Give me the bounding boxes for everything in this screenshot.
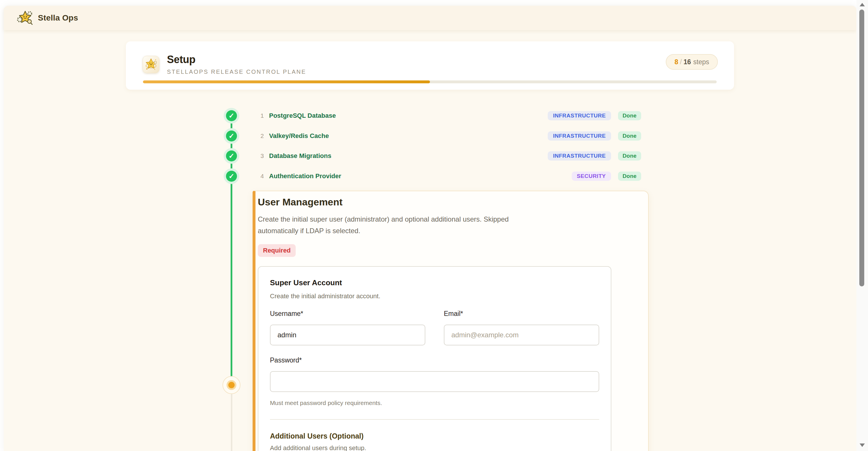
section-divider xyxy=(270,419,599,420)
timeline-current-step-dot xyxy=(222,376,241,394)
username-label: Username* xyxy=(270,310,425,318)
step-number: 4 xyxy=(256,173,264,180)
password-helper-text: Must meet password policy requirements. xyxy=(270,399,599,407)
top-header-bar: Stella Ops xyxy=(4,6,857,30)
step-row-valkey-redis-cache[interactable]: 2Valkey/Redis CacheINFRASTRUCTUREDone xyxy=(256,128,641,144)
password-label: Password* xyxy=(270,356,599,364)
step-status-badge: Done xyxy=(618,151,641,161)
password-input[interactable] xyxy=(270,371,599,392)
steps-suffix: steps xyxy=(693,58,709,66)
section-description: Create the initial super user (administr… xyxy=(258,214,648,237)
email-label: Email* xyxy=(444,310,599,318)
step-status-badge: Done xyxy=(618,171,641,181)
user-management-card: User Management Create the initial super… xyxy=(253,191,649,451)
timeline-upcoming-line xyxy=(231,393,232,451)
step-complete-check-icon: ✓ xyxy=(226,110,237,121)
setup-progress-fill xyxy=(143,80,430,83)
steps-progress-pill: 8 / 16 steps xyxy=(666,54,718,70)
step-number: 2 xyxy=(256,132,264,139)
step-category-badge: INFRASTRUCTURE xyxy=(548,131,611,140)
scrollbar-thumb[interactable] xyxy=(859,9,864,286)
additional-users-title: Additional Users (Optional) xyxy=(270,432,599,440)
step-row-database-migrations[interactable]: 3Database MigrationsINFRASTRUCTUREDone xyxy=(256,148,641,164)
additional-users-description: Add additional users during setup. xyxy=(270,444,599,451)
required-badge: Required xyxy=(258,244,296,257)
email-input[interactable] xyxy=(444,325,599,346)
step-complete-check-icon: ✓ xyxy=(226,171,237,182)
super-user-title: Super User Account xyxy=(270,278,599,287)
step-title: Database Migrations xyxy=(269,152,331,160)
step-title: Authentication Provider xyxy=(269,172,341,180)
step-status-badge: Done xyxy=(618,131,641,140)
username-input[interactable] xyxy=(270,325,425,346)
step-row-authentication-provider[interactable]: 4Authentication ProviderSECURITYDone xyxy=(256,168,641,185)
step-number: 1 xyxy=(256,112,264,119)
step-title: PostgreSQL Database xyxy=(269,112,336,120)
step-status-badge: Done xyxy=(618,111,641,120)
step-complete-check-icon: ✓ xyxy=(226,130,237,141)
steps-done-count: 8 xyxy=(675,58,678,66)
setup-progress-bar xyxy=(143,80,717,83)
steps-separator: / xyxy=(680,58,682,66)
scrollbar-up-arrow-icon[interactable] xyxy=(860,3,865,6)
vertical-scrollbar xyxy=(857,0,868,451)
step-category-badge: INFRASTRUCTURE xyxy=(548,151,611,161)
steps-total-count: 16 xyxy=(683,58,691,66)
setup-star-mascot-icon xyxy=(143,56,159,73)
setup-page-title: Setup xyxy=(167,54,306,66)
stella-ops-star-logo-icon xyxy=(17,10,33,26)
setup-page-subtitle: STELLAOPS RELEASE CONTROL PLANE xyxy=(167,69,306,75)
step-category-badge: SECURITY xyxy=(572,171,611,181)
step-number: 3 xyxy=(256,153,264,159)
super-user-description: Create the initial administrator account… xyxy=(270,292,599,300)
scrollbar-down-arrow-icon[interactable] xyxy=(860,444,865,447)
step-category-badge: INFRASTRUCTURE xyxy=(548,111,611,120)
setup-progress-card: Setup STELLAOPS RELEASE CONTROL PLANE 8 … xyxy=(126,41,734,90)
step-row-postgresql-database[interactable]: 1PostgreSQL DatabaseINFRASTRUCTUREDone xyxy=(256,107,641,124)
step-title: Valkey/Redis Cache xyxy=(269,132,329,140)
super-user-account-card: Super User Account Create the initial ad… xyxy=(258,266,611,451)
brand-title: Stella Ops xyxy=(38,13,78,23)
step-complete-check-icon: ✓ xyxy=(226,151,237,161)
section-title: User Management xyxy=(258,196,648,208)
